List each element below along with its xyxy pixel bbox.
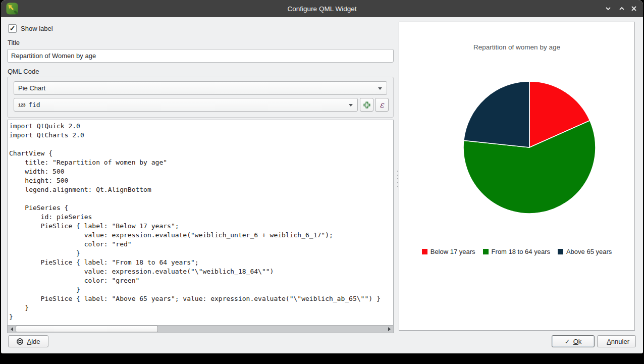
legend-label: Above 65 years (566, 248, 612, 255)
legend-item: Below 17 years (422, 248, 475, 255)
qml-code-editor[interactable]: import QtQuick 2.0 import QtCharts 2.0 C… (7, 120, 394, 333)
legend-swatch-icon (422, 249, 427, 254)
qml-code-label: QML Code (8, 68, 39, 75)
title-bar[interactable]: Configure QML Widget (1, 0, 643, 17)
qml-code-text[interactable]: import QtQuick 2.0 import QtCharts 2.0 C… (8, 120, 393, 322)
legend-item: From 18 to 64 years (483, 248, 550, 255)
pie-slice (464, 81, 529, 147)
maximize-button[interactable] (617, 4, 626, 13)
chevron-down-icon (349, 104, 353, 107)
expression-builder-button[interactable]: ε (375, 98, 389, 112)
chevron-down-icon (378, 87, 382, 90)
check-icon: ✓ (565, 338, 570, 345)
title-field-label: Title (8, 39, 20, 46)
field-select[interactable]: 123 fid (14, 98, 358, 112)
minimize-button[interactable] (604, 4, 613, 13)
widget-type-value: Pie Chart (18, 84, 45, 92)
legend-label: Below 17 years (431, 248, 475, 255)
legend-item: Above 65 years (558, 248, 612, 255)
widget-type-select[interactable]: Pie Chart (14, 81, 387, 95)
ok-label-mnemonic: O (573, 338, 578, 345)
insert-field-button[interactable] (360, 98, 373, 112)
scroll-right-button[interactable] (385, 326, 393, 333)
cancel-label-mnemonic: A (607, 338, 611, 345)
help-button[interactable]: Aide (8, 335, 48, 347)
help-label-rest: ide (31, 338, 40, 345)
epsilon-icon: ε (380, 101, 384, 109)
chart-title: Repartition of women by age (399, 43, 634, 51)
dialog-window: Configure QML Widget ✓ Show label Title … (1, 0, 643, 353)
legend-label: From 18 to 64 years (492, 248, 550, 255)
checkbox-check-icon[interactable]: ✓ (8, 24, 17, 33)
show-label-text: Show label (21, 25, 53, 32)
chevron-down-icon (605, 5, 612, 12)
show-label-checkbox[interactable]: ✓ Show label (8, 24, 53, 33)
legend-swatch-icon (483, 249, 489, 254)
window-title: Configure QML Widget (1, 5, 643, 13)
x-icon (630, 5, 637, 12)
integer-field-type-icon: 123 (18, 102, 25, 108)
horizontal-scrollbar[interactable] (8, 325, 393, 333)
triangle-left-icon (11, 327, 13, 331)
help-label-mnemonic: A (27, 338, 31, 345)
help-buoy-icon (16, 338, 24, 345)
cancel-label-rest: nnuler (611, 338, 629, 345)
chart-legend: Below 17 yearsFrom 18 to 64 yearsAbove 6… (399, 248, 634, 255)
plus-icon (363, 101, 370, 109)
scrollbar-thumb[interactable] (16, 326, 158, 332)
cancel-button[interactable]: Annuler (597, 335, 636, 347)
title-input[interactable] (7, 49, 394, 63)
ok-button[interactable]: ✓ Ok (552, 335, 595, 347)
field-select-value: fid (28, 101, 40, 109)
close-button[interactable] (629, 4, 638, 13)
chevron-up-icon (618, 5, 625, 12)
chart-preview-panel: Repartition of women by age Below 17 yea… (399, 22, 635, 331)
scroll-left-button[interactable] (8, 326, 16, 333)
legend-swatch-icon (558, 249, 563, 254)
ok-label-rest: k (578, 338, 582, 345)
pie-chart (461, 79, 598, 216)
triangle-right-icon (388, 327, 391, 331)
